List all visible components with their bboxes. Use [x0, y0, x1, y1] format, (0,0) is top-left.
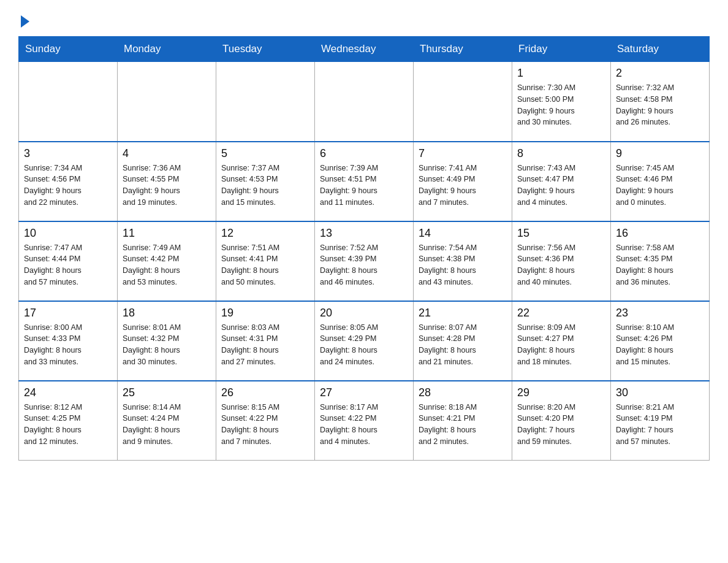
day-info: Sunrise: 8:12 AMSunset: 4:25 PMDaylight:…: [24, 402, 112, 448]
calendar-cell: 19Sunrise: 8:03 AMSunset: 4:31 PMDayligh…: [216, 301, 315, 381]
day-info: Sunrise: 7:52 AMSunset: 4:39 PMDaylight:…: [320, 242, 408, 288]
day-number: 16: [616, 226, 704, 241]
day-number: 18: [123, 305, 211, 321]
calendar-cell: 24Sunrise: 8:12 AMSunset: 4:25 PMDayligh…: [19, 381, 118, 461]
day-number: 13: [320, 226, 408, 241]
calendar-cell: 27Sunrise: 8:17 AMSunset: 4:22 PMDayligh…: [315, 381, 414, 461]
logo-triangle-icon: [21, 15, 29, 28]
day-info: Sunrise: 8:18 AMSunset: 4:21 PMDaylight:…: [419, 402, 507, 448]
day-info: Sunrise: 8:01 AMSunset: 4:32 PMDaylight:…: [123, 322, 211, 368]
weekday-header-wednesday: Wednesday: [315, 37, 414, 62]
day-info: Sunrise: 7:58 AMSunset: 4:35 PMDaylight:…: [616, 242, 704, 288]
calendar-cell: 28Sunrise: 8:18 AMSunset: 4:21 PMDayligh…: [414, 381, 512, 461]
day-number: 25: [123, 385, 211, 400]
calendar-cell: 13Sunrise: 7:52 AMSunset: 4:39 PMDayligh…: [315, 221, 414, 301]
calendar-cell: 20Sunrise: 8:05 AMSunset: 4:29 PMDayligh…: [315, 301, 414, 381]
calendar-cell: [216, 62, 315, 142]
day-info: Sunrise: 7:43 AMSunset: 4:47 PMDaylight:…: [517, 163, 605, 209]
calendar-cell: 1Sunrise: 7:30 AMSunset: 5:00 PMDaylight…: [512, 62, 611, 142]
calendar-cell: 23Sunrise: 8:10 AMSunset: 4:26 PMDayligh…: [611, 301, 710, 381]
day-info: Sunrise: 7:36 AMSunset: 4:55 PMDaylight:…: [123, 163, 211, 209]
day-number: 22: [517, 305, 605, 321]
day-info: Sunrise: 8:00 AMSunset: 4:33 PMDaylight:…: [24, 322, 112, 368]
day-number: 30: [616, 385, 704, 400]
day-info: Sunrise: 8:20 AMSunset: 4:20 PMDaylight:…: [517, 402, 605, 448]
day-number: 12: [221, 226, 309, 241]
calendar-cell: 10Sunrise: 7:47 AMSunset: 4:44 PMDayligh…: [19, 221, 118, 301]
day-info: Sunrise: 8:09 AMSunset: 4:27 PMDaylight:…: [517, 322, 605, 368]
weekday-header-row: SundayMondayTuesdayWednesdayThursdayFrid…: [19, 37, 710, 62]
weekday-header-monday: Monday: [118, 37, 216, 62]
calendar-cell: 17Sunrise: 8:00 AMSunset: 4:33 PMDayligh…: [19, 301, 118, 381]
day-info: Sunrise: 7:54 AMSunset: 4:38 PMDaylight:…: [419, 242, 507, 288]
day-number: 4: [123, 146, 211, 161]
weekday-header-saturday: Saturday: [611, 37, 710, 62]
day-number: 23: [616, 305, 704, 321]
logo: [18, 12, 31, 28]
day-info: Sunrise: 8:14 AMSunset: 4:24 PMDaylight:…: [123, 402, 211, 448]
day-info: Sunrise: 8:21 AMSunset: 4:19 PMDaylight:…: [616, 402, 704, 448]
calendar-cell: 18Sunrise: 8:01 AMSunset: 4:32 PMDayligh…: [118, 301, 216, 381]
weekday-header-friday: Friday: [512, 37, 611, 62]
day-number: 19: [221, 305, 309, 321]
day-number: 15: [517, 226, 605, 241]
day-info: Sunrise: 7:56 AMSunset: 4:36 PMDaylight:…: [517, 242, 605, 288]
calendar-cell: 30Sunrise: 8:21 AMSunset: 4:19 PMDayligh…: [611, 381, 710, 461]
day-info: Sunrise: 8:17 AMSunset: 4:22 PMDaylight:…: [320, 402, 408, 448]
weekday-header-thursday: Thursday: [414, 37, 512, 62]
day-info: Sunrise: 7:47 AMSunset: 4:44 PMDaylight:…: [24, 242, 112, 288]
calendar-cell: 16Sunrise: 7:58 AMSunset: 4:35 PMDayligh…: [611, 221, 710, 301]
calendar-cell: 14Sunrise: 7:54 AMSunset: 4:38 PMDayligh…: [414, 221, 512, 301]
week-row-1: 1Sunrise: 7:30 AMSunset: 5:00 PMDaylight…: [19, 62, 710, 142]
day-info: Sunrise: 7:39 AMSunset: 4:51 PMDaylight:…: [320, 163, 408, 209]
day-info: Sunrise: 7:41 AMSunset: 4:49 PMDaylight:…: [419, 163, 507, 209]
logo-blue-text: [18, 15, 31, 28]
header: [18, 12, 710, 28]
calendar-cell: 15Sunrise: 7:56 AMSunset: 4:36 PMDayligh…: [512, 221, 611, 301]
calendar-cell: 22Sunrise: 8:09 AMSunset: 4:27 PMDayligh…: [512, 301, 611, 381]
day-info: Sunrise: 8:15 AMSunset: 4:22 PMDaylight:…: [221, 402, 309, 448]
weekday-header-tuesday: Tuesday: [216, 37, 315, 62]
day-number: 26: [221, 385, 309, 400]
day-number: 21: [419, 305, 507, 321]
calendar-cell: 8Sunrise: 7:43 AMSunset: 4:47 PMDaylight…: [512, 142, 611, 221]
day-info: Sunrise: 7:51 AMSunset: 4:41 PMDaylight:…: [221, 242, 309, 288]
calendar: SundayMondayTuesdayWednesdayThursdayFrid…: [18, 36, 710, 461]
calendar-cell: [19, 62, 118, 142]
calendar-cell: [118, 62, 216, 142]
day-number: 29: [517, 385, 605, 400]
day-number: 24: [24, 385, 112, 400]
calendar-cell: 2Sunrise: 7:32 AMSunset: 4:58 PMDaylight…: [611, 62, 710, 142]
day-number: 3: [24, 146, 112, 161]
day-info: Sunrise: 8:03 AMSunset: 4:31 PMDaylight:…: [221, 322, 309, 368]
calendar-cell: 3Sunrise: 7:34 AMSunset: 4:56 PMDaylight…: [19, 142, 118, 221]
day-info: Sunrise: 7:49 AMSunset: 4:42 PMDaylight:…: [123, 242, 211, 288]
calendar-cell: 5Sunrise: 7:37 AMSunset: 4:53 PMDaylight…: [216, 142, 315, 221]
calendar-cell: 9Sunrise: 7:45 AMSunset: 4:46 PMDaylight…: [611, 142, 710, 221]
calendar-cell: 11Sunrise: 7:49 AMSunset: 4:42 PMDayligh…: [118, 221, 216, 301]
week-row-3: 10Sunrise: 7:47 AMSunset: 4:44 PMDayligh…: [19, 221, 710, 301]
calendar-cell: [315, 62, 414, 142]
day-number: 27: [320, 385, 408, 400]
day-number: 11: [123, 226, 211, 241]
week-row-5: 24Sunrise: 8:12 AMSunset: 4:25 PMDayligh…: [19, 381, 710, 461]
calendar-cell: [414, 62, 512, 142]
calendar-cell: 4Sunrise: 7:36 AMSunset: 4:55 PMDaylight…: [118, 142, 216, 221]
calendar-cell: 7Sunrise: 7:41 AMSunset: 4:49 PMDaylight…: [414, 142, 512, 221]
day-info: Sunrise: 7:37 AMSunset: 4:53 PMDaylight:…: [221, 163, 309, 209]
day-info: Sunrise: 7:30 AMSunset: 5:00 PMDaylight:…: [517, 82, 605, 128]
day-number: 8: [517, 146, 605, 161]
day-number: 10: [24, 226, 112, 241]
week-row-4: 17Sunrise: 8:00 AMSunset: 4:33 PMDayligh…: [19, 301, 710, 381]
day-info: Sunrise: 7:34 AMSunset: 4:56 PMDaylight:…: [24, 163, 112, 209]
day-number: 7: [419, 146, 507, 161]
day-info: Sunrise: 8:07 AMSunset: 4:28 PMDaylight:…: [419, 322, 507, 368]
day-info: Sunrise: 7:32 AMSunset: 4:58 PMDaylight:…: [616, 82, 704, 128]
day-info: Sunrise: 8:10 AMSunset: 4:26 PMDaylight:…: [616, 322, 704, 368]
calendar-cell: 25Sunrise: 8:14 AMSunset: 4:24 PMDayligh…: [118, 381, 216, 461]
day-number: 6: [320, 146, 408, 161]
week-row-2: 3Sunrise: 7:34 AMSunset: 4:56 PMDaylight…: [19, 142, 710, 221]
calendar-cell: 6Sunrise: 7:39 AMSunset: 4:51 PMDaylight…: [315, 142, 414, 221]
day-info: Sunrise: 8:05 AMSunset: 4:29 PMDaylight:…: [320, 322, 408, 368]
day-number: 1: [517, 66, 605, 81]
